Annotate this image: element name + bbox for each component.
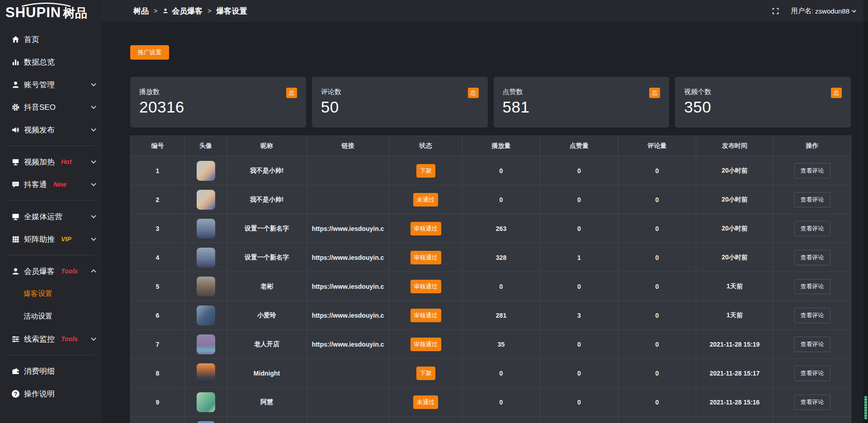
- avatar: [197, 421, 215, 423]
- user-menu[interactable]: 用户名: zswodun88: [791, 7, 856, 15]
- video-link[interactable]: https://www.iesdouyin.c: [312, 312, 384, 319]
- avatar-cell: [185, 214, 227, 243]
- view-comments-button[interactable]: 查看评论: [794, 308, 830, 323]
- view-comments-button[interactable]: 查看评论: [794, 337, 830, 352]
- view-comments-button[interactable]: 查看评论: [794, 395, 830, 410]
- sidebar-item-member-baoke[interactable]: 会员爆客Tools: [0, 260, 102, 282]
- action-cell: 查看评论: [774, 214, 851, 243]
- video-link[interactable]: https://www.iesdouyin.c: [312, 225, 384, 232]
- total-badge: 总: [286, 88, 297, 98]
- status-cell: 未通过: [389, 388, 462, 417]
- publish-time-cell: 20小时前: [696, 214, 774, 243]
- sidebar-item-operation-guide[interactable]: ?操作说明: [0, 382, 102, 405]
- stat-cards: 播放数20316总评论数50总点赞数581总视频个数350总: [130, 77, 851, 127]
- status-cell: 审核通过: [389, 272, 462, 301]
- sidebar-item-data-overview[interactable]: 数据总览: [0, 51, 102, 73]
- sidebar-item-video-publish[interactable]: 视频发布: [0, 118, 102, 141]
- plays-cell: 0: [462, 185, 540, 214]
- status-cell: 审核通过: [389, 301, 462, 330]
- avatar: [197, 363, 215, 383]
- sidebar-item-douketong[interactable]: 抖客通New: [0, 173, 102, 196]
- video-link[interactable]: https://www.iesdouyin.c: [312, 254, 384, 261]
- sidebar-item-consumption-details[interactable]: 消费明细: [0, 360, 102, 382]
- table-header-cell: 头像: [185, 136, 227, 156]
- sidebar-item-douyin-seo[interactable]: 抖音SEO: [0, 96, 102, 118]
- nickname-cell: 我不是小帅!: [227, 156, 307, 185]
- stat-card-value: 581: [503, 98, 660, 116]
- sidebar-item-label: 操作说明: [24, 389, 55, 399]
- link-cell: https://www.iesdouyin.c: [307, 330, 389, 359]
- promo-settings-button[interactable]: 推广设置: [130, 45, 169, 60]
- view-comments-button[interactable]: 查看评论: [794, 221, 830, 236]
- action-cell: [774, 417, 851, 423]
- view-comments-button[interactable]: 查看评论: [794, 250, 830, 265]
- comments-cell: 0: [618, 301, 696, 330]
- scrollbar-thumb[interactable]: [864, 396, 867, 419]
- page-scrollbar[interactable]: [863, 0, 868, 423]
- status-cell: 审核通过: [389, 214, 462, 243]
- sidebar-item-all-media-operation[interactable]: 全媒体运营: [0, 205, 102, 228]
- publish-time-cell: 2021-11-28 15:19: [696, 330, 774, 359]
- sliders-icon: [11, 335, 20, 343]
- sidebar-item-video-heat[interactable]: 视频加热Hot: [0, 150, 102, 173]
- video-link[interactable]: https://www.iesdouyin.c: [312, 283, 384, 290]
- breadcrumb-item-0[interactable]: 树品: [130, 6, 149, 16]
- view-comments-button[interactable]: 查看评论: [794, 192, 830, 207]
- sidebar: SHUPIN树品 首页数据总览账号管理抖音SEO视频发布视频加热Hot抖客通Ne…: [0, 0, 102, 423]
- publish-time-cell: 1天前: [696, 301, 774, 330]
- table-body: 1我不是小帅!下架00020小时前查看评论2我不是小帅!未通过00020小时前查…: [131, 156, 851, 423]
- stat-card-label: 播放数: [139, 88, 297, 96]
- sidebar-item-home[interactable]: 首页: [0, 28, 102, 51]
- sidebar-item-activity-settings[interactable]: 活动设置: [0, 305, 102, 328]
- logo-text-en: SHUPIN: [5, 5, 61, 20]
- avatar-cell: [185, 272, 227, 301]
- sidebar-item-baoke-settings[interactable]: 爆客设置: [0, 282, 102, 305]
- link-cell: https://www.iesdouyin.c: [307, 272, 389, 301]
- action-cell: 查看评论: [774, 330, 851, 359]
- logo-text-cn: 树品: [63, 6, 87, 20]
- action-cell: 查看评论: [774, 185, 851, 214]
- publish-time-cell: [696, 417, 774, 423]
- stat-card-value: 20316: [139, 98, 297, 116]
- table-row: 6小爱玲https://www.iesdouyin.c审核通过281301天前查…: [131, 301, 851, 330]
- view-comments-button[interactable]: 查看评论: [794, 366, 830, 381]
- user-icon: [11, 80, 20, 89]
- stat-card-value: 50: [321, 98, 479, 116]
- plays-cell: 328: [462, 243, 540, 272]
- plays-cell: 35: [462, 330, 540, 359]
- likes-cell: 0: [540, 272, 618, 301]
- table-header-cell: 发布时间: [696, 136, 774, 156]
- action-cell: 查看评论: [774, 156, 851, 185]
- sidebar-item-clue-monitor[interactable]: 线索监控Tools: [0, 328, 102, 350]
- publish-time-cell: 20小时前: [696, 185, 774, 214]
- table-row: 1我不是小帅!下架00020小时前查看评论: [131, 156, 851, 185]
- avatar-cell: [185, 301, 227, 330]
- sidebar-item-badge: Hot: [61, 158, 71, 165]
- action-cell: 查看评论: [774, 359, 851, 388]
- avatar-cell: [185, 388, 227, 417]
- fullscreen-icon[interactable]: [772, 7, 779, 15]
- publish-time-cell: 20小时前: [696, 243, 774, 272]
- stat-card: 点赞数581总: [494, 77, 670, 127]
- link-cell: [307, 156, 389, 185]
- breadcrumb-item-2[interactable]: 爆客设置: [216, 6, 247, 16]
- heat-monitor-icon: [11, 158, 20, 166]
- breadcrumb-label: 树品: [133, 6, 149, 16]
- sidebar-item-account-management[interactable]: 账号管理: [0, 73, 102, 96]
- row-number-cell: 6: [131, 301, 185, 330]
- nickname-cell: 老彬: [227, 272, 307, 301]
- chevron-down-icon: [91, 236, 96, 241]
- sidebar-item-label: 抖客通: [24, 179, 47, 190]
- plays-cell: 0: [462, 156, 540, 185]
- sidebar-item-label: 抖音SEO: [24, 102, 56, 113]
- sidebar-item-label: 视频发布: [24, 125, 55, 135]
- breadcrumb-item-1[interactable]: 会员爆客: [162, 6, 203, 16]
- comments-cell: 0: [618, 214, 696, 243]
- view-comments-button[interactable]: 查看评论: [794, 163, 830, 179]
- video-link[interactable]: https://www.iesdouyin.c: [312, 341, 384, 348]
- chevron-down-icon: [91, 127, 96, 132]
- status-badge: 审核通过: [410, 222, 441, 235]
- view-comments-button[interactable]: 查看评论: [794, 279, 830, 294]
- likes-cell: [540, 417, 618, 423]
- sidebar-item-matrix-boost[interactable]: 矩阵助推VIP: [0, 228, 102, 250]
